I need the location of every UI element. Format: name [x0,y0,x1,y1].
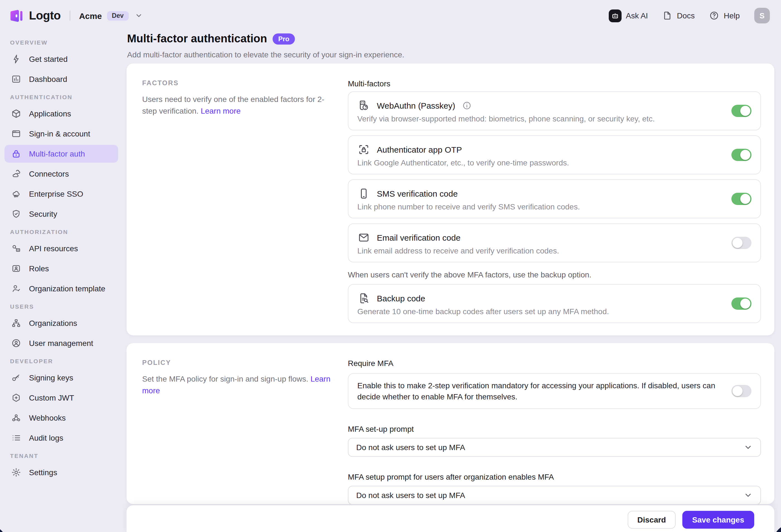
ask-ai-icon [609,9,621,22]
tenant-selector[interactable]: Acme Dev [79,11,143,20]
mfa-setup-prompt-value: Do not ask users to set up MFA [356,443,465,452]
webhook-icon [11,413,21,423]
passkey-icon [357,99,370,112]
sms-toggle[interactable] [731,193,751,205]
factor-description: Verify via browser-supported method: bio… [357,114,751,123]
factor-title: Email verification code [377,232,460,242]
org-mfa-setup-prompt-value: Do not ask users to set up MFA [356,491,465,500]
person-check-icon [11,283,21,294]
chevron-down-icon [135,12,143,19]
factor-description: Link email address to receive and verify… [357,246,751,255]
help-button[interactable]: Help [709,11,740,20]
topbar: Logto Acme Dev Ask AI Docs Help [0,0,781,31]
badge-person-icon [11,264,21,273]
backup-note: When users can't verify the above MFA fa… [348,270,761,279]
factor-title: Authenticator app OTP [377,144,462,154]
sidebar-item-user-management[interactable]: User management [4,334,118,352]
factor-title: Backup code [377,293,425,303]
policy-section-intro: POLICY Set the MFA policy for sign-in an… [142,357,333,495]
clouds-icon [11,169,21,179]
factors-learn-more-link[interactable]: Learn more [201,106,241,115]
avatar-initial: S [759,11,765,20]
docs-label: Docs [677,11,695,20]
policy-section-description: Set the MFA policy for sign-in and sign-… [142,374,308,383]
tenant-name: Acme [79,11,102,20]
gear-icon [11,468,21,477]
shield-check-icon [11,209,21,219]
factors-section-label: FACTORS [142,79,333,87]
require-mfa-card: Enable this to make 2-step verification … [348,373,761,409]
factors-card: FACTORS Users need to verify one of the … [127,63,774,336]
topbar-actions: Ask AI Docs Help S [609,8,770,24]
avatar[interactable]: S [754,8,770,24]
list-icon [11,433,21,443]
logto-logo-icon [9,8,24,23]
factor-description: Link phone number to receive and verify … [357,202,751,211]
factor-row-authenticator-otp: Authenticator app OTP Link Google Authen… [348,135,761,174]
page-subtitle: Add multi-factor authentication to eleva… [127,50,404,59]
sidebar-item-organizations[interactable]: Organizations [4,314,118,332]
key-icon [11,373,21,383]
cloud-key-icon [11,189,21,199]
user-circle-icon [11,338,21,348]
mfa-setup-prompt-select[interactable]: Do not ask users to set up MFA [348,438,761,457]
sidebar-item-security[interactable]: Security [4,205,118,223]
sidebar-item-applications[interactable]: Applications [4,105,118,123]
sidebar-item-sign-in-account[interactable]: Sign-in & account [4,125,118,143]
sidebar-item-api-resources[interactable]: API resources [4,239,118,257]
factor-row-sms: SMS verification code Link phone number … [348,179,761,218]
sidebar-item-signing-keys[interactable]: Signing keys [4,369,118,387]
email-toggle[interactable] [731,237,751,249]
sidebar-item-dashboard[interactable]: Dashboard [4,70,118,88]
sidebar-item-enterprise-sso[interactable]: Enterprise SSO [4,185,118,203]
policy-section-label: POLICY [142,359,333,366]
discard-button[interactable]: Discard [628,511,675,529]
factor-title: SMS verification code [377,188,458,198]
page-header: Multi-factor authentication Pro Add mult… [127,32,404,59]
logto-console: Logto Acme Dev Ask AI Docs Help [0,0,781,532]
org-chart-icon [11,318,21,328]
sidebar-section-overview: OVERVIEW [10,39,113,46]
sidebar-item-multi-factor-auth[interactable]: Multi-factor auth [4,145,118,163]
sidebar-item-custom-jwt[interactable]: Custom JWT [4,389,118,407]
factor-description: Generate 10 one-time backup codes after … [357,307,751,316]
info-icon[interactable] [462,100,471,110]
sidebar-section-authorization: AUTHORIZATION [10,228,113,235]
org-mfa-setup-prompt-select[interactable]: Do not ask users to set up MFA [348,486,761,504]
bar-chart-icon [11,74,21,84]
require-mfa-toggle[interactable] [731,385,751,397]
help-icon [709,11,719,20]
pro-badge: Pro [273,33,295,44]
sidebar-item-roles[interactable]: Roles [4,260,118,277]
docs-button[interactable]: Docs [663,11,695,20]
document-icon [663,11,672,20]
org-mfa-setup-prompt-label: MFA setup prompt for users after organiz… [348,473,761,481]
sidebar-item-audit-logs[interactable]: Audit logs [4,429,118,447]
sidebar-item-get-started[interactable]: Get started [4,50,118,68]
envelope-icon [357,231,370,244]
multi-factors-label: Multi-factors [348,79,761,88]
ask-ai-label: Ask AI [626,11,648,20]
webauthn-toggle[interactable] [731,105,751,117]
ask-ai-button[interactable]: Ask AI [609,9,648,22]
sidebar-item-organization-template[interactable]: Organization template [4,280,118,298]
require-mfa-description: Enable this to make 2-step verification … [357,381,715,401]
factor-row-email: Email verification code Link email addre… [348,223,761,262]
authenticator-otp-toggle[interactable] [731,149,751,161]
sidebar-item-settings[interactable]: Settings [4,463,118,481]
logto-logo[interactable]: Logto [9,8,61,23]
factors-list: Multi-factors WebAuthn (Passkey) Verify … [348,77,761,326]
backup-code-toggle[interactable] [731,298,751,310]
sidebar-item-connectors[interactable]: Connectors [4,165,118,183]
save-changes-button[interactable]: Save changes [682,511,754,529]
browser-window-icon [11,129,21,139]
main-content: Multi-factor authentication Pro Add mult… [123,31,781,532]
cube-icon [11,108,21,119]
action-bar: Discard Save changes [127,505,774,532]
policy-form: Require MFA Enable this to make 2-step v… [348,357,761,495]
env-badge: Dev [107,11,128,20]
factors-section-intro: FACTORS Users need to verify one of the … [142,77,333,326]
sidebar-item-webhooks[interactable]: Webhooks [4,409,118,427]
topbar-divider [70,11,70,20]
backup-code-icon [357,292,370,304]
